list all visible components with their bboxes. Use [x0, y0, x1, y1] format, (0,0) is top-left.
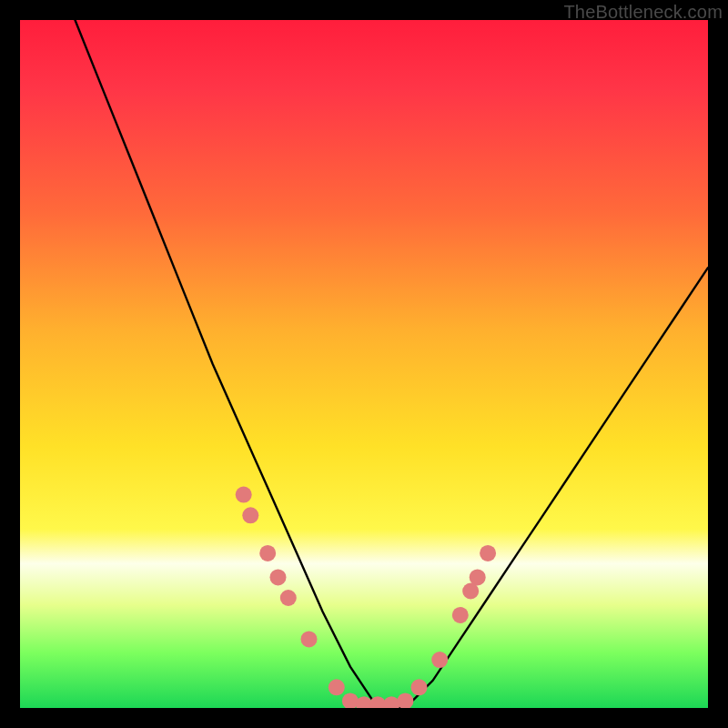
chart-svg: [20, 20, 708, 708]
chart-markers-group: [236, 487, 496, 708]
chart-plot-area: [20, 20, 708, 708]
chart-marker: [301, 631, 318, 647]
chart-marker: [242, 507, 258, 523]
chart-marker: [397, 693, 413, 708]
chart-marker: [236, 487, 252, 503]
chart-marker: [329, 679, 345, 695]
chart-marker: [452, 607, 469, 623]
chart-marker: [280, 590, 297, 606]
chart-marker: [470, 569, 486, 585]
chart-marker: [270, 569, 287, 585]
chart-marker: [431, 652, 448, 668]
chart-marker: [259, 545, 276, 561]
chart-marker: [480, 545, 496, 561]
bottleneck-curve-path: [76, 20, 709, 708]
watermark-text: TheBottleneck.com: [563, 2, 723, 23]
chart-frame: TheBottleneck.com: [0, 0, 728, 728]
chart-marker: [411, 679, 428, 695]
